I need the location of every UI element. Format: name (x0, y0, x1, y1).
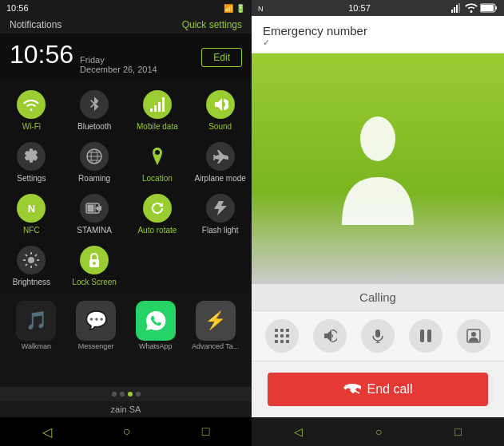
keypad-button[interactable] (265, 319, 299, 353)
advanced-task-label: Advanced Ta... (192, 342, 239, 350)
mobile-data-icon (143, 90, 172, 119)
hold-button[interactable] (409, 319, 442, 353)
end-call-button[interactable]: End call (268, 373, 488, 406)
svg-line-14 (26, 255, 27, 256)
mute-icon (371, 329, 385, 343)
speaker-icon (323, 329, 337, 343)
clock-left: 10:56 Friday December 26, 2014 (10, 40, 157, 74)
recents-button-right[interactable]: □ (454, 425, 461, 438)
airplane-label: Airplane mode (194, 174, 245, 183)
dot-2 (120, 392, 125, 397)
nfc-label: NFC (23, 226, 40, 235)
svg-rect-26 (495, 6, 497, 10)
apps-row: 🎵 Walkman 💬 Messenger WhatsApp ⚡ Advance… (6, 298, 245, 353)
quick-item-bluetooth[interactable]: Bluetooth (63, 84, 126, 136)
nav-bar-left: ◁ ○ □ (0, 417, 252, 446)
edit-button[interactable]: Edit (201, 48, 242, 67)
quick-item-stamina[interactable]: STAMINA (63, 187, 126, 239)
stamina-label: STAMINA (77, 226, 112, 235)
clock-time: 10:56 (10, 40, 73, 69)
left-panel: 10:56 📶 🔋 Notifications Quick settings 1… (0, 0, 252, 446)
call-controls (252, 311, 504, 361)
bluetooth-label: Bluetooth (77, 122, 111, 131)
status-bar-right: N 10:57 (252, 0, 504, 16)
flash-label: Flash light (202, 226, 239, 235)
sound-icon (206, 90, 235, 119)
settings-label: Settings (17, 174, 46, 183)
wifi-label: Wi-Fi (22, 122, 41, 131)
svg-line-16 (35, 255, 37, 256)
end-call-area: End call (252, 361, 504, 417)
stamina-icon (80, 194, 109, 223)
quick-item-location[interactable]: Location (126, 136, 189, 187)
status-bar-left: 10:56 📶 🔋 (0, 0, 252, 16)
recents-button-left[interactable]: □ (202, 424, 210, 439)
sound-label: Sound (208, 122, 232, 131)
mobile-data-label: Mobile data (137, 122, 178, 131)
quick-item-settings[interactable]: Settings (0, 136, 63, 187)
keypad-icon (275, 329, 289, 343)
nav-bar-right: ◁ ○ □ (252, 417, 504, 446)
back-button-left[interactable]: ◁ (42, 424, 52, 440)
svg-point-9 (28, 257, 34, 263)
status-time-right: 10:57 (348, 3, 371, 13)
svg-rect-35 (275, 340, 278, 343)
svg-rect-21 (451, 10, 453, 13)
svg-point-44 (471, 332, 476, 337)
hold-icon (419, 329, 432, 343)
contacts-button[interactable] (457, 319, 490, 353)
app-advanced-task[interactable]: ⚡ Advanced Ta... (192, 301, 240, 350)
emergency-number-label: Emergency number (263, 24, 493, 37)
rotate-label: Auto rotate (137, 226, 177, 235)
roaming-label: Roaming (78, 174, 110, 183)
back-button-right[interactable]: ◁ (294, 425, 303, 438)
svg-rect-31 (286, 329, 289, 332)
quick-item-lockscreen[interactable]: Lock Screen (63, 239, 126, 291)
nfc-status-icon: N (258, 3, 268, 13)
app-whatsapp[interactable]: WhatsApp (132, 301, 180, 350)
whatsapp-icon (136, 301, 176, 341)
mute-button[interactable] (361, 319, 395, 353)
lockscreen-label: Lock Screen (72, 278, 117, 286)
svg-rect-36 (280, 340, 284, 343)
quick-item-brightness[interactable]: Brightness (0, 239, 63, 291)
dot-1 (112, 392, 117, 397)
person-silhouette (334, 113, 422, 225)
quick-settings-label[interactable]: Quick settings (182, 19, 242, 30)
airplane-icon (206, 142, 235, 171)
quick-item-flash[interactable]: Flash light (189, 187, 252, 239)
svg-rect-30 (280, 329, 284, 332)
wifi-status-icon (465, 3, 478, 13)
quick-item-mobile-data[interactable]: Mobile data (126, 84, 189, 136)
walkman-label: Walkman (22, 342, 51, 350)
quick-item-airplane[interactable]: Airplane mode (189, 136, 252, 187)
dot-3 (128, 392, 133, 397)
svg-rect-41 (420, 330, 424, 342)
speaker-button[interactable] (313, 319, 347, 353)
settings-icon (17, 142, 46, 171)
quick-item-sound[interactable]: Sound (189, 84, 252, 136)
call-header: Emergency number ✓ (252, 16, 504, 53)
svg-rect-33 (280, 334, 284, 337)
app-walkman[interactable]: 🎵 Walkman (12, 301, 60, 350)
roaming-icon (80, 142, 109, 171)
quick-item-roaming[interactable]: Roaming (63, 136, 126, 187)
brightness-label: Brightness (13, 278, 50, 286)
svg-rect-22 (454, 7, 455, 13)
brightness-icon (17, 246, 46, 274)
home-button-right[interactable]: ○ (375, 425, 382, 438)
quick-item-rotate[interactable]: Auto rotate (126, 187, 189, 239)
svg-rect-29 (275, 329, 278, 332)
lockscreen-icon (80, 246, 109, 274)
notifications-label: Notifications (10, 19, 62, 30)
status-icons-left: 📶 🔋 (224, 4, 245, 13)
notif-header: Notifications Quick settings (0, 16, 252, 34)
battery-status-icon (480, 3, 498, 13)
app-messenger[interactable]: 💬 Messenger (72, 301, 120, 350)
svg-rect-32 (275, 334, 278, 337)
home-button-left[interactable]: ○ (123, 424, 131, 439)
location-icon (143, 142, 172, 171)
calling-status: Calling (252, 284, 504, 311)
quick-item-wifi[interactable]: Wi-Fi (0, 84, 63, 136)
quick-item-nfc[interactable]: N NFC (0, 187, 63, 239)
